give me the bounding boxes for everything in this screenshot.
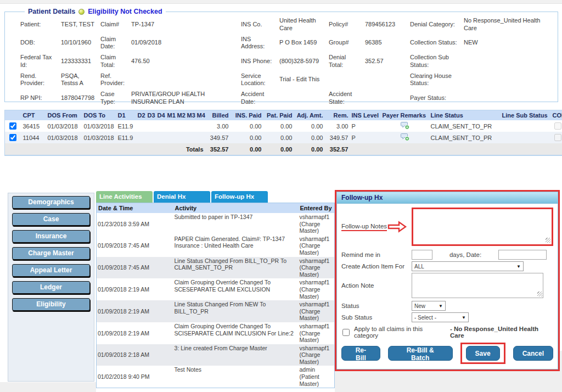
action-note-label: Action Note <box>341 282 412 289</box>
column-header: Line Status <box>429 110 501 121</box>
annotation-box-followup-panel: Follow-up Hx Follow-up Notes <box>335 190 560 371</box>
detail-value: 10/10/1960 <box>60 34 99 53</box>
detail-value: TP-1347 <box>130 15 240 34</box>
sidebar-button-insurance[interactable]: Insurance <box>12 230 90 243</box>
sidebar-button-ledger[interactable]: Ledger <box>12 281 90 294</box>
detail-value: 123333331 <box>60 52 99 71</box>
patient-details-legend: Patient Details Eligibility Not Checked <box>25 8 166 15</box>
rebill-batch-button[interactable]: Re-Bill & Batch <box>388 346 453 361</box>
column-header: Adj. Amt. <box>294 110 325 121</box>
apply-all-label: Apply to all claims in this category <box>354 326 448 339</box>
column-header: M1 <box>166 110 176 121</box>
detail-value: 01/09/2018 <box>130 34 240 53</box>
column-header: INS Level <box>350 110 381 121</box>
sidebar-button-appeal-letter[interactable]: Appeal Letter <box>12 264 90 277</box>
detail-label: RP NPI: <box>19 89 60 108</box>
remind-date-input[interactable] <box>498 250 547 260</box>
detail-label: Collection Sub Status: <box>409 52 463 71</box>
activities-panel: Line ActivitiesDenial HxFollow-up Hx Dat… <box>96 191 334 388</box>
apply-all-category: - No Response_United Health Care <box>450 326 553 339</box>
column-header: M2 <box>176 110 186 121</box>
background-area <box>0 382 96 392</box>
sidebar-button-eligibility[interactable]: Eligibility <box>12 298 90 311</box>
claim-cell-code <box>136 120 146 132</box>
totals-ins_paid: 0.00 <box>231 143 263 155</box>
activity-text: Submitted to paper in TP-1347 <box>173 213 299 235</box>
payer-remark-icon[interactable] <box>401 124 409 131</box>
activity-row: 01/23/2018 3:59 AMSubmitted to paper in … <box>97 213 335 235</box>
followup-panel-title: Follow-up Hx <box>337 192 558 204</box>
create-action-item-label: Create Action Item For <box>341 263 412 270</box>
claim-followup-screen: Patient Details Eligibility Not Checked … <box>0 0 562 392</box>
detail-value: (800)328-5979 <box>278 52 328 71</box>
activity-entered-by: vsharmapf1 (Charge Master) <box>299 213 335 235</box>
rebill-button[interactable]: Re-Bill <box>341 346 380 361</box>
activity-datetime: 01/09/2018 2:19 AM <box>97 300 173 322</box>
activity-datetime: 01/02/2018 9:40 PM <box>97 366 173 388</box>
detail-value: NEW <box>463 34 549 53</box>
sidebar-button-case[interactable]: Case <box>12 213 90 226</box>
column-header: M3 <box>186 110 195 121</box>
action-note-textarea[interactable] <box>412 273 543 298</box>
tab-line-activities[interactable]: Line Activities <box>96 191 153 203</box>
followup-notes-textarea[interactable] <box>413 209 552 244</box>
activity-entered-by: vsharmapf1 (Charge Master) <box>299 235 335 257</box>
dropdown-arrow-icon: ▼ <box>516 264 521 269</box>
followup-notes-label: Follow-up Notes <box>341 223 387 231</box>
column-header: Line Sub Status <box>501 110 551 121</box>
claim-line-row: 3641501/03/201801/03/2018E11.93.000.000.… <box>5 120 562 132</box>
resize-grip-icon <box>546 238 550 243</box>
status-select[interactable]: New ▼ <box>412 301 446 311</box>
activity-text: Claim Grouping Override Changed To SCISE… <box>173 322 299 344</box>
detail-value: 789456123 <box>364 15 409 34</box>
activity-text: Test Notes <box>173 366 299 388</box>
tab-denial-hx[interactable]: Denial Hx <box>154 191 210 203</box>
column-header: D2 <box>136 110 146 121</box>
column-header: Entered By <box>299 203 335 214</box>
cancel-button[interactable]: Cancel <box>513 346 553 361</box>
activity-row: 01/09/2018 2:19 AMClaim Grouping Overrid… <box>97 278 335 300</box>
activity-row: 01/09/2018 2:19 AMClaim Grouping Overrid… <box>97 322 335 344</box>
create-action-item-select[interactable]: ALL ▼ <box>412 261 524 271</box>
annotation-box-notes <box>412 208 553 246</box>
claim-cell-adj_amt: 0.00 <box>294 120 325 132</box>
line-select-checkbox[interactable] <box>9 134 16 141</box>
detail-label: Denial Total: <box>328 52 364 71</box>
claim-lines-table: CPTDOS FromDOS ToD1D2D3D4M1M2M3M4BilledI… <box>4 110 562 156</box>
payer-remark-icon[interactable] <box>401 136 409 142</box>
detail-label <box>328 71 364 89</box>
activity-datetime: 01/09/2018 7:45 AM <box>97 257 173 279</box>
activity-datetime: 01/09/2018 7:45 AM <box>97 235 173 257</box>
apply-all-checkbox[interactable] <box>342 329 350 336</box>
tab-follow-up-hx[interactable]: Follow-up Hx <box>211 191 268 203</box>
remind-days-input[interactable] <box>412 250 432 260</box>
claim-cell-ins_paid: 0.00 <box>231 120 263 132</box>
sidebar-button-demographics[interactable]: Demographics <box>12 196 90 209</box>
activity-entered-by: vsharmapf1 (Charge Master) <box>299 257 335 279</box>
dropdown-arrow-icon: ▼ <box>439 304 443 309</box>
detail-value <box>130 71 240 89</box>
column-header: D4 <box>156 110 166 121</box>
activities-tabs: Line ActivitiesDenial HxFollow-up Hx <box>96 191 334 203</box>
top-strip <box>0 0 562 4</box>
detail-label: Claim# <box>99 15 130 34</box>
line-select-checkbox[interactable] <box>9 122 16 130</box>
detail-value <box>463 71 549 89</box>
resize-grip-icon <box>537 292 542 296</box>
sidebar-button-charge-master[interactable]: Charge Master <box>12 247 90 260</box>
totals-row: Totals352.570.000.000.00352.57 <box>5 143 562 155</box>
detail-value: 96385 <box>364 34 409 53</box>
detail-value: 1878047798 <box>60 89 99 108</box>
detail-value: 476.50 <box>130 52 240 71</box>
claim-cell-pat_paid: 0.00 <box>263 120 294 132</box>
claim-cell-dos_to: 01/03/2018 <box>82 120 116 132</box>
activity-row: 01/09/2018 7:45 AMPAPER Claim Generated.… <box>97 235 335 257</box>
totals-pat_paid: 0.00 <box>263 143 294 155</box>
column-header: INS. Paid <box>231 110 263 121</box>
remind-row: Remind me in days, Date: <box>341 250 553 260</box>
column-header: DOS From <box>46 110 82 121</box>
save-button[interactable]: Save <box>466 346 500 361</box>
claim-cell-dos_to: 01/03/2018 <box>82 132 116 143</box>
sub-status-select[interactable]: - Select - ▼ <box>412 312 469 322</box>
column-header: M4 <box>195 110 205 121</box>
